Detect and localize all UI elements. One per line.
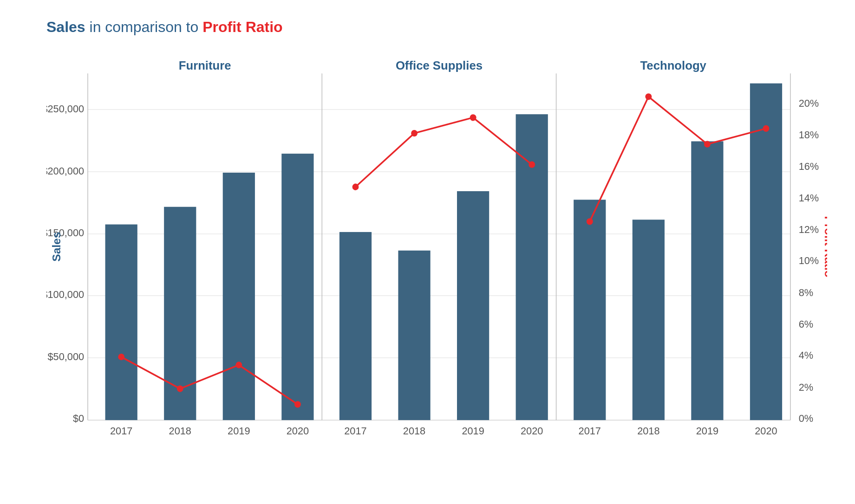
svg-text:2020: 2020: [755, 425, 777, 436]
profit-dot-furniture-2018: [177, 385, 183, 392]
svg-text:0%: 0%: [799, 413, 813, 424]
chart-container: Sales in comparison to Profit Ratio .axi…: [0, 0, 855, 504]
profit-dot-os-2018: [411, 130, 418, 136]
svg-text:12%: 12%: [799, 224, 819, 235]
svg-text:16%: 16%: [799, 161, 819, 172]
svg-text:Sales: Sales: [50, 232, 63, 262]
svg-text:$50,000: $50,000: [47, 351, 84, 362]
svg-text:2018: 2018: [637, 425, 659, 436]
bar-technology-2018: [633, 220, 665, 420]
profit-dot-furniture-2020: [294, 401, 301, 407]
title-middle: in comparison to: [90, 19, 203, 35]
svg-text:2%: 2%: [799, 381, 813, 393]
profit-dot-tech-2018: [645, 93, 652, 100]
svg-text:2020: 2020: [521, 425, 543, 436]
profit-dot-os-2019: [470, 114, 476, 121]
profit-line-officesupplies: [355, 117, 532, 187]
svg-text:$0: $0: [73, 413, 84, 424]
profit-dot-tech-2020: [763, 125, 770, 132]
svg-text:2017: 2017: [110, 425, 132, 436]
bar-furniture-2019: [223, 173, 255, 420]
bar-officesupplies-2020: [516, 114, 548, 420]
svg-text:10%: 10%: [799, 255, 819, 266]
svg-text:Office Supplies: Office Supplies: [396, 58, 483, 73]
svg-text:Technology: Technology: [640, 58, 707, 73]
profit-dot-tech-2019: [704, 141, 711, 147]
svg-text:20%: 20%: [799, 97, 819, 109]
title-profit: Profit Ratio: [202, 19, 282, 35]
svg-text:4%: 4%: [799, 349, 813, 361]
svg-text:2017: 2017: [344, 425, 366, 436]
title-sales: Sales: [46, 19, 85, 35]
svg-text:$100,000: $100,000: [46, 289, 84, 300]
svg-text:14%: 14%: [799, 192, 819, 204]
bar-technology-2017: [574, 200, 606, 420]
bar-officesupplies-2019: [457, 191, 489, 420]
profit-dot-tech-2017: [587, 218, 593, 225]
bar-officesupplies-2018: [398, 251, 430, 420]
svg-text:2019: 2019: [696, 425, 718, 436]
profit-dot-os-2020: [529, 161, 535, 168]
svg-text:2020: 2020: [287, 425, 309, 436]
profit-dot-os-2017: [352, 184, 359, 190]
profit-dot-furniture-2019: [235, 362, 242, 368]
svg-text:8%: 8%: [799, 287, 813, 298]
svg-text:2019: 2019: [228, 425, 250, 436]
svg-text:2019: 2019: [462, 425, 484, 436]
svg-text:Profit Ratio: Profit Ratio: [822, 216, 827, 278]
svg-text:18%: 18%: [799, 129, 819, 141]
profit-line-technology: [590, 97, 766, 221]
svg-text:2018: 2018: [403, 425, 425, 436]
main-chart-svg: .axis-text { font-family: Arial, sans-se…: [46, 50, 827, 458]
svg-text:6%: 6%: [799, 318, 813, 330]
bar-technology-2019: [691, 141, 723, 420]
svg-text:$200,000: $200,000: [46, 165, 84, 177]
bar-technology-2020: [750, 84, 782, 420]
bar-furniture-2017: [105, 225, 137, 420]
svg-text:$250,000: $250,000: [46, 103, 84, 115]
svg-text:2018: 2018: [169, 425, 191, 436]
bar-furniture-2020: [281, 154, 313, 420]
chart-area: .axis-text { font-family: Arial, sans-se…: [46, 50, 827, 458]
bar-officesupplies-2017: [339, 232, 372, 420]
chart-title: Sales in comparison to Profit Ratio: [46, 19, 827, 36]
svg-text:Furniture: Furniture: [179, 58, 231, 73]
profit-line-furniture: [121, 357, 298, 404]
profit-dot-furniture-2017: [118, 354, 124, 360]
svg-text:2017: 2017: [579, 425, 601, 436]
